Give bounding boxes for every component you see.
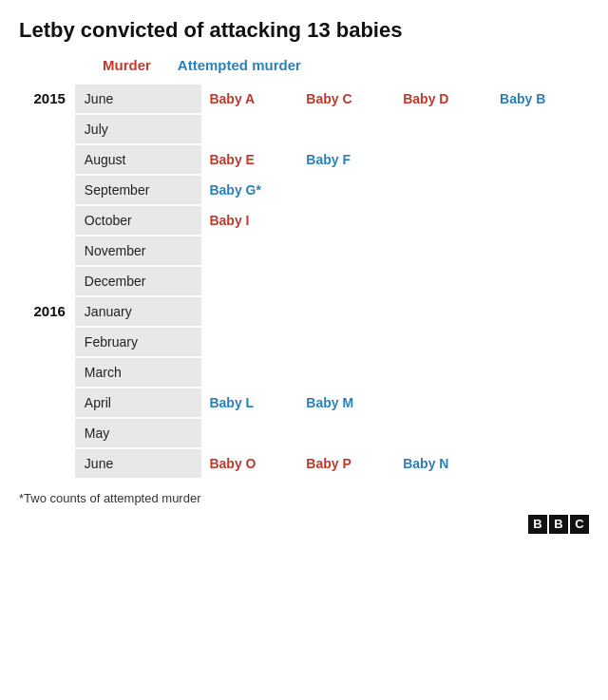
table-row: AprilBaby LBaby M: [19, 388, 589, 417]
month-label: April: [75, 388, 202, 417]
month-label: January: [75, 297, 202, 326]
legend-murder: Murder: [103, 57, 151, 73]
baby-cell: [492, 449, 589, 478]
month-label: February: [75, 328, 202, 356]
table-row: March: [19, 358, 589, 387]
baby-cell: [298, 236, 395, 265]
baby-cell: [492, 297, 589, 326]
baby-cell: Baby P: [298, 449, 395, 478]
baby-cell: Baby L: [201, 388, 298, 417]
table-row: AugustBaby EBaby F: [19, 145, 589, 174]
baby-cell: [201, 419, 298, 447]
baby-cell: [395, 236, 492, 265]
baby-cell: [395, 388, 492, 417]
month-label: September: [75, 176, 202, 204]
baby-cell: [492, 358, 589, 387]
baby-cell: Baby E: [201, 145, 298, 174]
table-row: May: [19, 419, 589, 447]
legend-attempted: Attempted murder: [178, 57, 301, 73]
month-label: November: [75, 236, 202, 265]
bbc-logo: BBC: [19, 515, 589, 534]
table-row: 2016January: [19, 297, 589, 326]
baby-cell: Baby O: [201, 449, 298, 478]
table-row: SeptemberBaby G*: [19, 176, 589, 204]
table-row: December: [19, 267, 589, 295]
baby-cell: [492, 145, 589, 174]
baby-cell: [492, 115, 589, 143]
month-label: October: [75, 206, 202, 235]
baby-cell: [298, 328, 395, 356]
table-row: JuneBaby OBaby PBaby N: [19, 449, 589, 478]
footnote: *Two counts of attempted murder: [19, 491, 589, 505]
baby-cell: Baby C: [298, 85, 395, 113]
baby-cell: Baby I: [201, 206, 298, 235]
baby-cell: Baby G*: [201, 176, 298, 204]
baby-cell: [201, 236, 298, 265]
baby-cell: [201, 297, 298, 326]
baby-cell: [298, 267, 395, 295]
baby-cell: [298, 176, 395, 204]
month-label: July: [75, 115, 202, 143]
bbc-letter: C: [570, 515, 589, 534]
baby-cell: [492, 206, 589, 235]
baby-cell: [395, 358, 492, 387]
baby-cell: [201, 267, 298, 295]
baby-cell: [298, 115, 395, 143]
baby-cell: [201, 115, 298, 143]
baby-cell: [492, 236, 589, 265]
baby-cell: [298, 206, 395, 235]
table-row: OctoberBaby I: [19, 206, 589, 235]
baby-cell: Baby A: [201, 85, 298, 113]
baby-cell: [395, 176, 492, 204]
baby-cell: [201, 358, 298, 387]
month-label: June: [75, 85, 202, 113]
baby-cell: [492, 419, 589, 447]
page-title: Letby convicted of attacking 13 babies: [19, 17, 589, 44]
table-row: July: [19, 115, 589, 143]
baby-cell: [395, 206, 492, 235]
baby-cell: [395, 297, 492, 326]
baby-cell: [298, 419, 395, 447]
year-label: 2016: [19, 297, 75, 478]
baby-cell: [201, 328, 298, 356]
legend: Murder Attempted murder: [19, 57, 589, 73]
baby-cell: Baby M: [298, 388, 395, 417]
baby-cell: Baby N: [395, 449, 492, 478]
baby-cell: Baby D: [395, 85, 492, 113]
baby-cell: [492, 328, 589, 356]
baby-cell: [492, 388, 589, 417]
baby-cell: [492, 176, 589, 204]
baby-cell: [298, 297, 395, 326]
baby-cell: [395, 145, 492, 174]
table-row: November: [19, 236, 589, 265]
baby-cell: [298, 358, 395, 387]
baby-cell: [395, 419, 492, 447]
bbc-letter: B: [549, 515, 568, 534]
month-label: August: [75, 145, 202, 174]
bbc-letter: B: [528, 515, 547, 534]
baby-cell: Baby B: [492, 85, 589, 113]
baby-cell: [395, 267, 492, 295]
month-label: June: [75, 449, 202, 478]
baby-cell: [395, 328, 492, 356]
baby-cell: [492, 267, 589, 295]
month-label: December: [75, 267, 202, 295]
baby-cell: Baby F: [298, 145, 395, 174]
table-row: 2015JuneBaby ABaby CBaby DBaby B: [19, 85, 589, 113]
month-label: March: [75, 358, 202, 387]
baby-cell: [395, 115, 492, 143]
table-row: February: [19, 328, 589, 356]
year-label: 2015: [19, 85, 75, 295]
chart-table: 2015JuneBaby ABaby CBaby DBaby BJulyAugu…: [19, 83, 589, 480]
month-label: May: [75, 419, 202, 447]
